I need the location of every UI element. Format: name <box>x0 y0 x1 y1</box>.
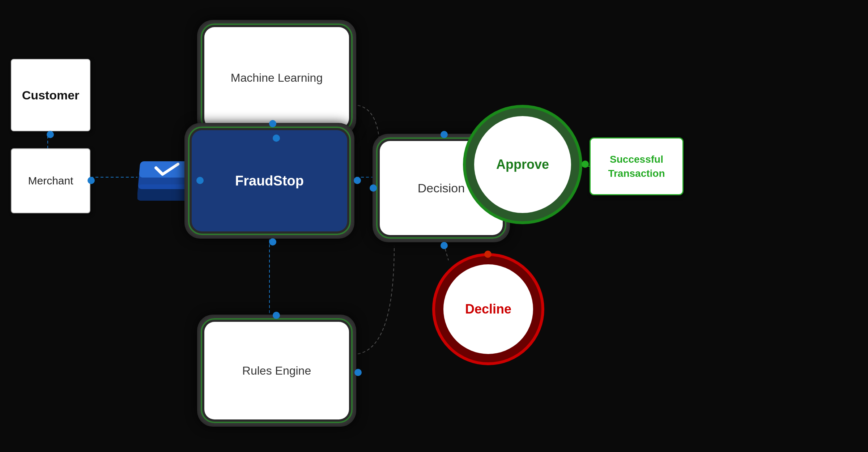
dot-stack-right <box>196 177 204 184</box>
customer-node[interactable]: Customer <box>11 59 90 131</box>
fraudstop-node[interactable]: FraudStop <box>184 123 354 239</box>
dot-decline-top <box>484 251 492 258</box>
successful-transaction-node[interactable]: SuccessfulTransaction <box>590 137 684 195</box>
approve-node[interactable]: Approve <box>463 105 582 224</box>
machine-learning-label: Machine Learning <box>231 71 323 85</box>
dot-rules-top <box>273 312 280 319</box>
merchant-node[interactable]: Merchant <box>11 148 90 213</box>
decline-node[interactable]: Decline <box>432 253 544 365</box>
dot-approve-right <box>582 161 589 168</box>
dot-fraudstop-right <box>354 177 361 184</box>
machine-learning-node[interactable]: Machine Learning <box>197 20 356 136</box>
merchant-label: Merchant <box>28 175 73 187</box>
customer-label: Customer <box>22 88 80 102</box>
dot-decision-bottom <box>441 242 448 249</box>
dot-fraudstop-top <box>269 120 276 127</box>
rules-engine-label: Rules Engine <box>242 364 311 378</box>
decline-label: Decline <box>465 302 511 317</box>
decision-label: Decision <box>418 181 465 195</box>
dot-decision-left <box>370 184 377 192</box>
dot-customer-bottom <box>47 131 54 138</box>
dot-fraudstop-bottom <box>269 238 276 246</box>
successful-transaction-label: SuccessfulTransaction <box>608 152 665 180</box>
dot-rules-right <box>354 369 362 376</box>
dot-ml-bottom <box>273 135 280 142</box>
approve-label: Approve <box>496 157 549 172</box>
rules-engine-node[interactable]: Rules Engine <box>197 315 356 427</box>
dot-decision-top <box>441 131 448 138</box>
dot-merchant-left <box>88 177 95 184</box>
fraudstop-label: FraudStop <box>235 173 304 189</box>
